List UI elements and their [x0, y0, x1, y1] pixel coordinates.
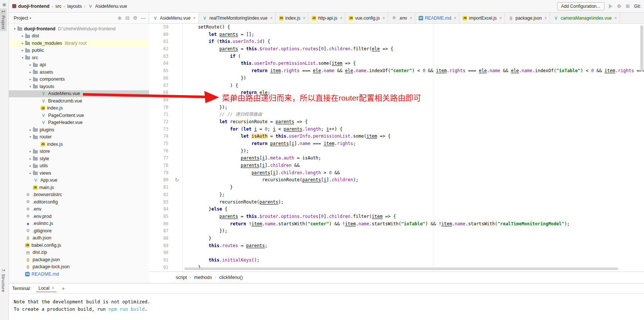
tree-item-plugins[interactable]: ▸plugins	[9, 126, 149, 134]
close-icon[interactable]: ×	[303, 16, 305, 21]
line-number[interactable]: 69	[149, 97, 171, 104]
line-number[interactable]: 66	[149, 75, 171, 82]
editor-tab[interactable]: ⚙.env×	[388, 13, 415, 23]
tree-item-breadcrumb-vue[interactable]: VBreadcrumb.vue	[9, 97, 149, 105]
line-number[interactable]: 89	[149, 242, 171, 250]
build-icon[interactable]: ⚙	[617, 4, 621, 9]
line-number[interactable]: 71	[149, 111, 171, 118]
editor-tab[interactable]: VAsideMenu.vue×	[149, 13, 199, 24]
line-number[interactable]: 82	[149, 191, 171, 199]
line-number[interactable]: 63	[149, 53, 171, 60]
tree-item-utils[interactable]: ▸utils	[9, 162, 149, 170]
close-icon[interactable]: ×	[614, 16, 617, 21]
close-icon[interactable]: ×	[499, 16, 502, 21]
tree-item--gitignore[interactable]: ⚙.gitignore	[9, 227, 149, 235]
line-number[interactable]: 88	[149, 235, 171, 242]
tree-item-public[interactable]: ▸public	[9, 47, 149, 54]
line-number[interactable]: 85	[149, 213, 171, 220]
breadcrumb-item[interactable]: src	[55, 4, 61, 9]
tree-item-store[interactable]: ▸store	[9, 148, 149, 155]
tree-item-router[interactable]: ▾router	[9, 134, 149, 141]
tree-item--eslintrc-js[interactable]: ◆.eslintrc.js	[9, 220, 149, 228]
git-branch-widget[interactable]: Git:	[634, 4, 641, 9]
breadcrumb-item[interactable]: layouts	[67, 4, 82, 9]
line-number[interactable]: 77	[149, 155, 171, 162]
tree-item-api[interactable]: ▸api	[9, 61, 149, 69]
locate-file-icon[interactable]: ⊕	[118, 15, 122, 21]
tree-item-index-js[interactable]: JSindex.js	[9, 105, 149, 112]
editor-tab[interactable]: VrealTimeMonitoring\index.vue×	[199, 13, 276, 23]
editor-tab[interactable]: JSimportExcel.js×	[459, 13, 505, 23]
tree-item-pagecontent-vue[interactable]: VPageContent.vue	[9, 112, 149, 119]
tree-item-duoji-frontend[interactable]: ▾duoji-frontendD:\zheheWeb\duoji-fronten…	[9, 25, 149, 33]
line-number[interactable]: 59	[149, 24, 171, 31]
line-number[interactable]: 86	[149, 220, 171, 228]
add-configuration-button[interactable]: Add Configuration...	[557, 2, 604, 10]
breadcrumb-item[interactable]: duoji-frontend	[12, 4, 50, 9]
code-editor[interactable]: 59 setRoute() {60 let parents = [];61 if…	[149, 24, 644, 272]
project-tool-icon[interactable]: ▣	[1, 2, 7, 7]
tree-item-dist[interactable]: ▸dist	[9, 33, 149, 40]
line-number[interactable]: 80	[149, 176, 171, 184]
close-icon[interactable]: ×	[410, 16, 412, 21]
close-icon[interactable]: ×	[340, 16, 342, 21]
hide-panel-icon[interactable]: ―	[141, 15, 146, 21]
line-number[interactable]: 87	[149, 228, 171, 235]
tree-item-auth-json[interactable]: {}auth.json	[9, 235, 149, 242]
editor-tab[interactable]: VcameraManage\index.vue×	[550, 13, 620, 23]
terminal-tab-local[interactable]: Local ×	[36, 284, 57, 292]
line-number[interactable]: 61	[149, 38, 171, 46]
line-number[interactable]: 72	[149, 118, 171, 126]
line-number[interactable]: 91	[149, 257, 171, 264]
tree-item-asidemenu-vue[interactable]: VAsideMenu.vue	[9, 90, 149, 98]
editor-tab[interactable]: JShttp-api.js×	[308, 13, 345, 23]
services-grid-icon[interactable]: ⊞	[625, 4, 630, 9]
close-icon[interactable]: ×	[382, 16, 385, 21]
line-number[interactable]: 90	[149, 249, 171, 257]
breadcrumb-item[interactable]: VAsideMenu.vue	[88, 4, 127, 9]
line-number[interactable]: 75	[149, 140, 171, 148]
line-number[interactable]: 70	[149, 104, 171, 111]
line-number[interactable]: 60	[149, 31, 171, 38]
collapse-all-icon[interactable]: ⊟	[125, 15, 129, 21]
tree-item--editorconfig[interactable]: ⚙.editorconfig	[9, 198, 149, 206]
editor-breadcrumb-item[interactable]: clickMenu()	[219, 275, 243, 280]
editor-breadcrumb-item[interactable]: script	[176, 275, 187, 280]
line-number[interactable]: 81	[149, 184, 171, 191]
close-icon[interactable]: ×	[52, 286, 54, 291]
close-icon[interactable]: ×	[270, 16, 273, 21]
code-area[interactable]: 59 setRoute() {60 let parents = [];61 if…	[149, 24, 644, 272]
new-terminal-icon[interactable]: +	[62, 286, 65, 292]
editor-breadcrumb-item[interactable]: methods	[194, 275, 212, 280]
run-icon[interactable]	[609, 4, 613, 9]
tree-item-views[interactable]: ▸views	[9, 169, 149, 177]
tree-item-index-js[interactable]: JSindex.js	[9, 141, 149, 148]
tree-item-babel-config-js[interactable]: JSbabel.config.js	[9, 242, 149, 249]
tree-item--browserslistrc[interactable]: ⚙.browserslistrc	[9, 191, 149, 199]
line-number[interactable]: 78	[149, 162, 171, 169]
line-number[interactable]: 83	[149, 199, 171, 206]
vertical-scrollbar[interactable]	[640, 25, 643, 71]
line-number[interactable]: 73	[149, 126, 171, 133]
tree-item-assets[interactable]: ▸assets	[9, 68, 149, 76]
close-icon[interactable]: ×	[193, 16, 196, 21]
line-number[interactable]: 68	[149, 89, 171, 97]
stripe-structure-button[interactable]: 7: Structure	[0, 267, 7, 294]
tree-item--env[interactable]: ⚙.env	[9, 206, 149, 213]
line-number[interactable]: 84	[149, 206, 171, 213]
tree-item-app-vue[interactable]: VApp.vue	[9, 177, 149, 184]
horizontal-scrollbar[interactable]	[184, 267, 618, 270]
tree-item-main-js[interactable]: JSmain.js	[9, 184, 149, 191]
line-number[interactable]: 62	[149, 46, 171, 53]
tree-item-package-json[interactable]: {}package.json	[9, 256, 149, 263]
editor-tab[interactable]: {}package.json×	[505, 13, 550, 23]
line-number[interactable]: 79	[149, 169, 171, 177]
editor-tab[interactable]: JSvue.config.js×	[345, 13, 388, 23]
line-number[interactable]: 64	[149, 60, 171, 67]
settings-gear-icon[interactable]: ⚙	[133, 15, 137, 21]
tree-item-dist-zip[interactable]: ▤dist.zip	[9, 249, 149, 256]
line-number[interactable]: 76	[149, 148, 171, 155]
tree-item-src[interactable]: ▾src	[9, 54, 149, 61]
close-icon[interactable]: ×	[454, 16, 456, 21]
tree-item-readme-md[interactable]: MREADME.md	[9, 270, 149, 278]
